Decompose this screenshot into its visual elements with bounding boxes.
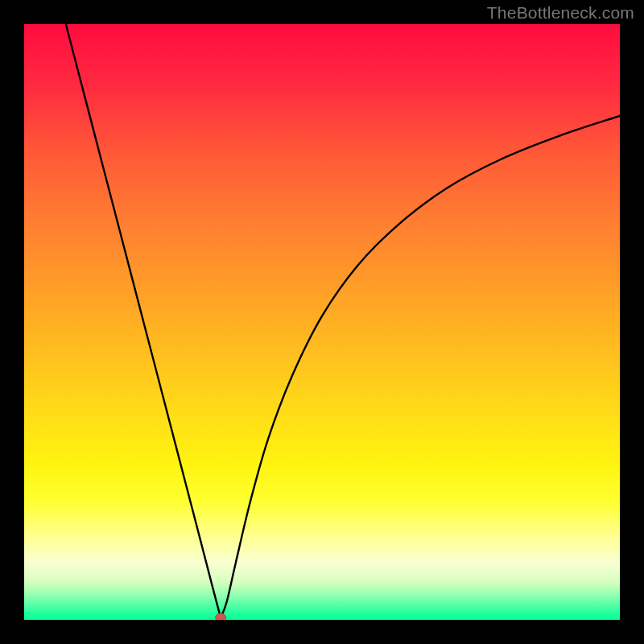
watermark-text: TheBottleneck.com: [487, 3, 634, 23]
chart-frame: TheBottleneck.com: [0, 0, 644, 644]
plot-area: [24, 24, 620, 620]
bottleneck-curve: [24, 24, 620, 620]
minimum-marker: [216, 613, 226, 620]
